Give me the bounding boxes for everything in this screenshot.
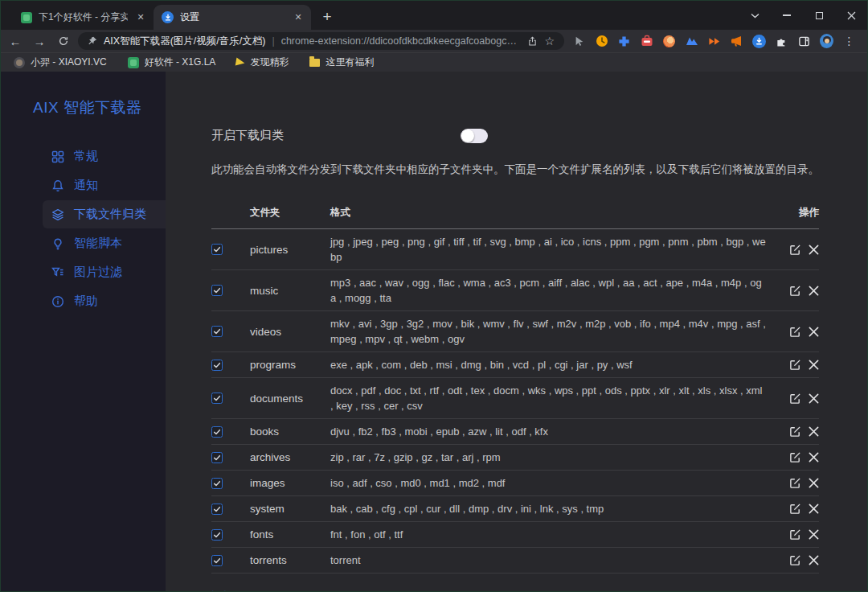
folder-name: archives bbox=[250, 450, 330, 465]
edit-icon[interactable] bbox=[789, 326, 801, 338]
row-checkbox[interactable] bbox=[211, 529, 223, 541]
edit-icon[interactable] bbox=[789, 554, 801, 566]
edit-icon[interactable] bbox=[789, 503, 801, 515]
sidebar-item-smart-scripts[interactable]: 智能脚本 bbox=[43, 229, 166, 257]
side-panel-icon[interactable] bbox=[797, 35, 811, 48]
delete-icon[interactable] bbox=[809, 478, 819, 488]
row-checkbox[interactable] bbox=[211, 244, 223, 255]
row-checkbox[interactable] bbox=[211, 285, 223, 296]
minimize-button[interactable] bbox=[771, 1, 803, 30]
row-checkbox[interactable] bbox=[211, 504, 223, 515]
delete-icon[interactable] bbox=[809, 360, 819, 370]
tab-settings[interactable]: 设置 ✕ bbox=[154, 5, 311, 30]
forward-icon[interactable]: → bbox=[30, 31, 49, 51]
delete-icon[interactable] bbox=[809, 426, 819, 437]
download-classify-toggle[interactable] bbox=[461, 129, 488, 143]
row-checkbox[interactable] bbox=[211, 452, 223, 463]
table-row: books djvu , fb2 , fb3 , mobi , epub , a… bbox=[211, 419, 819, 445]
yellow-folder-icon bbox=[309, 59, 320, 67]
delete-icon[interactable] bbox=[809, 504, 819, 514]
edit-icon[interactable] bbox=[789, 285, 801, 297]
header-format: 格式 bbox=[330, 206, 777, 220]
delete-icon[interactable] bbox=[809, 452, 819, 462]
sidebar-item-download-classify[interactable]: 下载文件归类 bbox=[43, 200, 166, 228]
downloader-icon[interactable] bbox=[752, 35, 766, 48]
edit-icon[interactable] bbox=[789, 359, 801, 371]
star-icon[interactable]: ☆ bbox=[544, 35, 555, 47]
formats-list: jpg , jpeg , peg , png , gif , tiff , ti… bbox=[330, 234, 777, 265]
bookmark-label: 好软件 - X1G.LA bbox=[145, 56, 216, 69]
edit-icon[interactable] bbox=[789, 451, 801, 463]
menu-dots-icon[interactable]: ⋮ bbox=[842, 35, 856, 48]
close-button[interactable] bbox=[835, 1, 867, 30]
bookmark-label: 小羿 - XIAOYI.VC bbox=[31, 56, 107, 69]
edit-icon[interactable] bbox=[789, 393, 801, 405]
tab-title: 下1个好软件 - 分享实用好玩有趣 bbox=[39, 10, 128, 24]
delete-icon[interactable] bbox=[809, 555, 819, 565]
row-checkbox[interactable] bbox=[211, 478, 223, 489]
reload-icon[interactable] bbox=[54, 31, 73, 51]
table-body: pictures jpg , jpeg , peg , png , gif , … bbox=[211, 229, 819, 574]
maximize-button[interactable] bbox=[803, 1, 835, 30]
delete-icon[interactable] bbox=[809, 286, 819, 296]
table-row: documents docx , pdf , doc , txt , rtf ,… bbox=[211, 378, 819, 419]
address-bar[interactable]: AIX智能下载器(图片/视频/音乐/文档) | chrome-extension… bbox=[78, 32, 564, 50]
row-checkbox[interactable] bbox=[211, 555, 223, 566]
blue-plus-icon[interactable] bbox=[617, 35, 631, 48]
profile-avatar[interactable] bbox=[820, 35, 833, 48]
delete-icon[interactable] bbox=[809, 245, 819, 255]
grid-icon bbox=[51, 150, 65, 164]
folder-name: programs bbox=[250, 357, 330, 372]
row-checkbox[interactable] bbox=[211, 360, 223, 371]
delete-icon[interactable] bbox=[809, 327, 819, 337]
settings-panel: 开启下载归类 此功能会自动将文件分发到下载文件夹中相应的子文件夹中。下面是一个文… bbox=[166, 72, 867, 591]
new-tab-button[interactable]: + bbox=[316, 6, 338, 28]
table-row: pictures jpg , jpeg , peg , png , gif , … bbox=[211, 229, 819, 270]
delete-icon[interactable] bbox=[809, 529, 819, 540]
share-icon[interactable] bbox=[527, 36, 538, 47]
folder-name: documents bbox=[250, 391, 330, 406]
tab-close-icon[interactable]: ✕ bbox=[134, 11, 147, 24]
orange-swirl-icon[interactable] bbox=[662, 35, 676, 48]
blue-peaks-icon[interactable] bbox=[685, 35, 698, 48]
bookmark-x1g[interactable]: 好软件 - X1G.LA bbox=[128, 56, 216, 69]
edit-icon[interactable] bbox=[789, 426, 801, 438]
cursor-icon[interactable] bbox=[572, 35, 586, 48]
back-icon[interactable]: ← bbox=[6, 31, 25, 51]
bookmark-label: 发现精彩 bbox=[250, 56, 289, 69]
row-checkbox[interactable] bbox=[211, 426, 223, 438]
extensions-area: ⋮ bbox=[569, 35, 859, 48]
sidebar-item-notifications[interactable]: 通知 bbox=[43, 171, 166, 199]
puzzle-icon[interactable] bbox=[775, 35, 788, 48]
fast-forward-icon[interactable] bbox=[707, 35, 721, 48]
bookmark-discover[interactable]: 发现精彩 bbox=[236, 56, 289, 69]
megaphone-icon[interactable] bbox=[730, 35, 743, 48]
bookmark-welfare[interactable]: 这里有福利 bbox=[309, 56, 374, 69]
edit-icon[interactable] bbox=[789, 244, 801, 256]
downloader-icon bbox=[162, 11, 174, 23]
edit-icon[interactable] bbox=[789, 477, 801, 489]
edit-icon[interactable] bbox=[789, 528, 801, 541]
tab-blog[interactable]: 下1个好软件 - 分享实用好玩有趣 ✕ bbox=[12, 5, 154, 30]
red-toolbox-icon[interactable] bbox=[640, 35, 653, 48]
sidebar-item-label: 帮助 bbox=[74, 294, 98, 309]
address-url: chrome-extension://ddicoofdkbcdkkeecgafc… bbox=[281, 35, 522, 47]
sidebar-item-label: 智能脚本 bbox=[74, 236, 122, 251]
sidebar-item-general[interactable]: 常规 bbox=[43, 142, 166, 171]
formats-list: djvu , fb2 , fb3 , mobi , epub , azw , l… bbox=[330, 424, 777, 439]
bookmark-xiaoyi[interactable]: 小羿 - XIAOYI.VC bbox=[14, 56, 107, 69]
row-checkbox[interactable] bbox=[211, 393, 223, 404]
sidebar-item-help[interactable]: 帮助 bbox=[43, 287, 166, 315]
green-app-icon bbox=[128, 57, 139, 68]
table-row: fonts fnt , fon , otf , ttf bbox=[211, 522, 819, 548]
delete-icon[interactable] bbox=[809, 393, 819, 404]
formats-list: docx , pdf , doc , txt , rtf , odt , tex… bbox=[330, 383, 777, 413]
chevron-down-icon[interactable] bbox=[739, 1, 771, 30]
row-checkbox[interactable] bbox=[211, 326, 223, 337]
clock-icon[interactable] bbox=[595, 35, 608, 48]
tab-close-icon[interactable]: ✕ bbox=[292, 11, 305, 24]
folder-name: fonts bbox=[250, 527, 330, 542]
bookmark-label: 这里有福利 bbox=[326, 56, 374, 69]
green-app-icon bbox=[20, 11, 32, 23]
sidebar-item-image-filter[interactable]: 图片过滤 bbox=[43, 258, 166, 286]
